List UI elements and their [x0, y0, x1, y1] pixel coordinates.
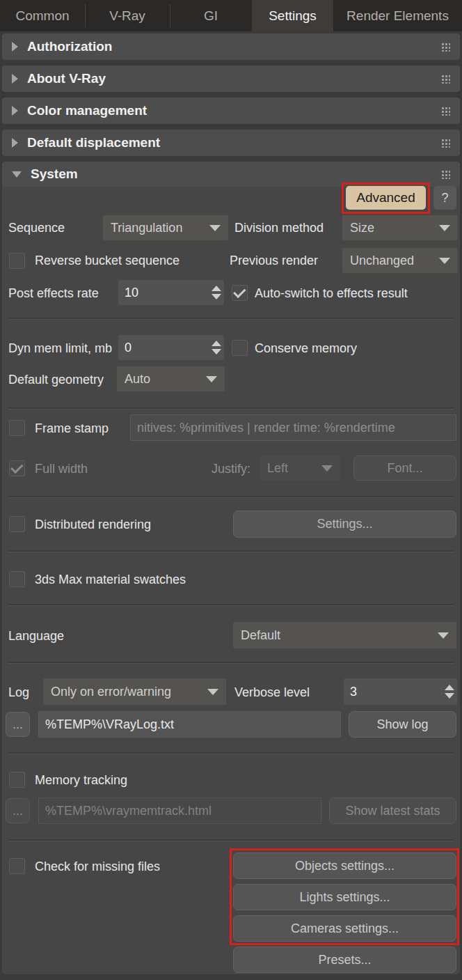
auto-switch-checkbox[interactable] [232, 285, 248, 301]
dropdown-arrow-icon [207, 689, 218, 695]
dr-settings-button[interactable]: Settings... [233, 511, 456, 538]
previous-render-label: Previous render [230, 254, 318, 268]
dropdown-arrow-icon [438, 632, 449, 639]
spinner-down-icon[interactable] [212, 294, 221, 300]
log-browse-button[interactable]: ... [6, 712, 30, 737]
rollout-title: Authorization [27, 39, 112, 54]
rollout-title: System [31, 166, 78, 182]
spinner-up-icon[interactable] [445, 685, 454, 690]
grip-icon[interactable] [441, 139, 450, 148]
auto-switch-label: Auto-switch to effects result [255, 286, 408, 301]
conserve-memory-checkbox[interactable] [232, 340, 248, 356]
grip-icon[interactable] [441, 107, 450, 116]
expand-arrow-icon [12, 138, 18, 148]
previous-render-value: Unchanged [350, 254, 414, 268]
tab-gi[interactable]: GI [170, 0, 252, 31]
expand-arrow-icon [12, 42, 18, 52]
check-missing-files-checkbox[interactable] [9, 858, 25, 874]
memtrack-browse-button[interactable]: ... [6, 798, 30, 823]
full-width-checkbox[interactable] [9, 460, 25, 476]
post-effects-rate-value: 10 [125, 286, 138, 300]
log-mode-dropdown[interactable]: Only on error/warning [43, 678, 226, 705]
sequence-value: Triangulation [111, 221, 182, 235]
tab-common[interactable]: Common [0, 0, 85, 31]
spinner-up-icon[interactable] [212, 286, 221, 291]
material-swatches-label: 3ds Max material swatches [35, 573, 186, 587]
show-log-button[interactable]: Show log [349, 711, 456, 738]
verbose-level-value: 3 [350, 685, 357, 699]
language-value: Default [241, 628, 280, 643]
show-latest-stats-button[interactable]: Show latest stats [329, 798, 456, 824]
language-dropdown[interactable]: Default [233, 622, 456, 648]
rollout-authorization[interactable]: Authorization [2, 33, 460, 60]
previous-render-dropdown[interactable]: Unchanged [342, 248, 458, 273]
separator [8, 496, 454, 498]
justify-value: Left [267, 461, 288, 476]
tab-settings[interactable]: Settings [252, 0, 333, 31]
justify-label: Justify: [207, 462, 250, 476]
material-swatches-checkbox[interactable] [9, 571, 25, 587]
rollout-title: Default displacement [27, 135, 160, 150]
grip-icon[interactable] [441, 75, 450, 84]
collapse-arrow-icon [12, 171, 22, 178]
frame-stamp-checkbox[interactable] [9, 420, 25, 436]
dropdown-arrow-icon [209, 225, 221, 231]
sequence-label: Sequence [8, 221, 65, 235]
frame-stamp-input[interactable]: nitives: %primitives | render time: %ren… [130, 414, 456, 441]
font-button[interactable]: Font... [353, 456, 456, 481]
verbose-level-label: Verbose level [234, 685, 310, 700]
spinner-down-icon[interactable] [445, 693, 454, 699]
rollout-title: About V-Ray [27, 71, 106, 86]
full-width-label: Full width [35, 462, 88, 476]
distributed-rendering-checkbox[interactable] [9, 516, 25, 532]
justify-dropdown[interactable]: Left [260, 456, 340, 481]
expand-arrow-icon [12, 74, 18, 84]
dropdown-arrow-icon [321, 465, 333, 472]
tab-divider [170, 4, 170, 27]
log-mode-value: Only on error/warning [51, 685, 171, 699]
reverse-bucket-label: Reverse bucket sequence [35, 254, 180, 268]
dyn-mem-limit-label: Dyn mem limit, mb [8, 341, 112, 356]
memtrack-path-input[interactable]: %TEMP%\vraymemtrack.html [38, 798, 321, 824]
rollout-color-management[interactable]: Color management [2, 98, 460, 124]
memory-tracking-checkbox[interactable] [9, 772, 25, 788]
frame-stamp-label: Frame stamp [35, 421, 109, 436]
separator [8, 550, 454, 552]
help-button[interactable]: ? [433, 186, 456, 210]
check-icon [233, 285, 246, 297]
spinner-down-icon[interactable] [212, 349, 221, 355]
division-method-label: Division method [234, 221, 324, 235]
dyn-mem-limit-value: 0 [125, 341, 132, 355]
dyn-mem-limit-spinner[interactable]: 0 [118, 335, 224, 360]
presets-button[interactable]: Presets... [233, 947, 456, 973]
vray-settings-panel: Common V-Ray GI Settings Render Elements… [0, 0, 462, 980]
verbose-level-spinner[interactable]: 3 [344, 678, 457, 705]
spinner-up-icon[interactable] [212, 341, 221, 346]
language-label: Language [8, 629, 64, 644]
separator [8, 839, 454, 841]
separator [8, 662, 454, 664]
division-method-dropdown[interactable]: Size [342, 215, 458, 240]
memory-tracking-label: Memory tracking [35, 773, 127, 788]
annotation-settings-buttons-highlight [230, 848, 459, 945]
check-missing-files-label: Check for missing files [35, 860, 160, 874]
separator [8, 318, 454, 320]
post-effects-rate-label: Post effects rate [8, 286, 99, 301]
default-geometry-dropdown[interactable]: Auto [117, 366, 225, 391]
check-icon [10, 460, 23, 473]
separator [8, 407, 454, 410]
rollout-title: Color management [27, 103, 147, 118]
reverse-bucket-checkbox[interactable] [9, 253, 25, 269]
log-path-input[interactable]: %TEMP%\VRayLog.txt [38, 711, 341, 738]
rollout-about-vray[interactable]: About V-Ray [2, 65, 460, 92]
dropdown-arrow-icon [206, 376, 217, 382]
grip-icon[interactable] [441, 42, 450, 52]
grip-icon[interactable] [441, 170, 450, 179]
advanced-mode-button[interactable]: Advanced [346, 186, 426, 210]
tab-divider [85, 4, 86, 27]
rollout-default-displacement[interactable]: Default displacement [2, 130, 460, 156]
post-effects-rate-spinner[interactable]: 10 [118, 280, 224, 305]
sequence-dropdown[interactable]: Triangulation [103, 215, 228, 240]
tab-render-elements[interactable]: Render Elements [333, 0, 462, 31]
tab-vray[interactable]: V-Ray [85, 0, 170, 31]
